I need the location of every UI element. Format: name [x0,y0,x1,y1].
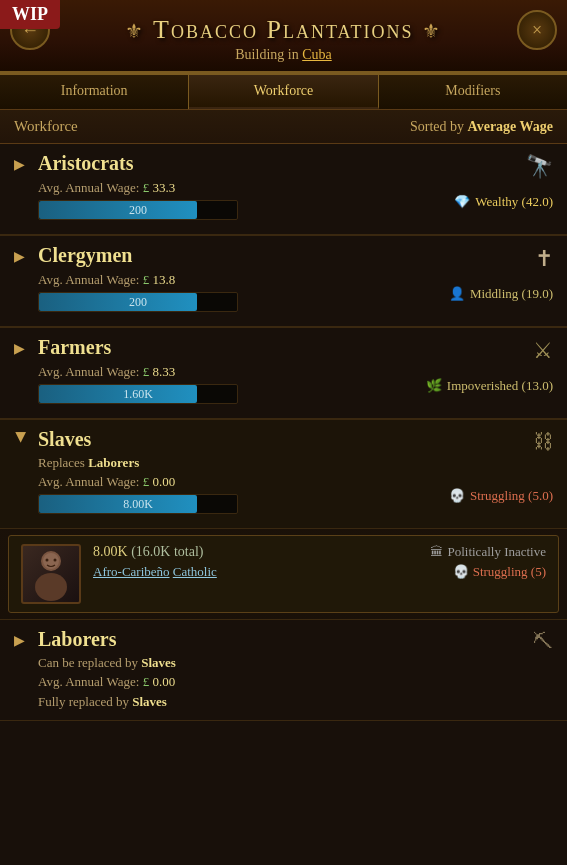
aristocrats-status: 💎 Wealthy (42.0) [423,194,553,210]
aristocrats-name: Aristocrats [38,152,134,175]
info-box-count: 8.00K (16.0K total) [93,544,374,560]
slaves-bar-label: 8.00K [123,497,153,512]
pol-status: 🏛 Politically Inactive [386,544,546,560]
pop-section-clergymen: ▶ Clergymen ✝ Avg. Annual Wage: £ 13.8 [0,236,567,327]
farmers-name: Farmers [38,336,111,359]
clergymen-name: Clergymen [38,244,132,267]
slaves-status: 💀 Struggling (5.0) [423,488,553,504]
aristocrats-icon: 🔭 [526,154,553,180]
tabs-bar: Information Workforce Modifiers [0,73,567,109]
clergymen-expand-arrow[interactable]: ▶ [14,248,30,264]
aristocrats-details: Avg. Annual Wage: £ 33.3 200 💎 [14,180,553,224]
section-bar-label: Workforce [14,118,78,135]
location-link[interactable]: Cuba [302,47,332,62]
slaves-replaces: Replaces Laborers [38,455,553,471]
laborers-expand-arrow[interactable]: ▶ [14,632,30,648]
info-box-right: 🏛 Politically Inactive 💀 Struggling (5) [386,544,546,584]
svg-point-3 [46,558,49,561]
header-subtitle: Building in Cuba [20,47,547,63]
header: ← × ⚜ Tobacco Plantations ⚜ Building in … [0,0,567,73]
info-box-links: Afro-Caribeño Catholic [93,564,374,580]
aristocrats-bar-label: 200 [129,203,147,218]
econ-status: 💀 Struggling (5) [386,564,546,580]
laborers-wage: Avg. Annual Wage: £ 0.00 [38,674,553,690]
laborers-name: Laborers [38,628,117,651]
aristocrats-expand-arrow[interactable]: ▶ [14,156,30,172]
farmers-expand-arrow[interactable]: ▶ [14,340,30,356]
slaves-bar: 8.00K [38,494,238,514]
clergymen-bar-label: 200 [129,295,147,310]
farmers-icon: ⚔ [533,338,553,364]
culture-link[interactable]: Afro-Caribeño [93,564,170,579]
farmers-details: Avg. Annual Wage: £ 8.33 1.60K 🌿 [14,364,553,408]
laborers-can-replaced: Can be replaced by Slaves [38,655,553,671]
info-box-content: 8.00K (16.0K total) Afro-Caribeño Cathol… [93,544,374,580]
clergymen-wage: Avg. Annual Wage: £ 13.8 [38,272,413,288]
slaves-icon: ⛓ [533,430,553,453]
slaves-wage: Avg. Annual Wage: £ 0.00 [38,474,413,490]
tab-modifiers[interactable]: Modifiers [379,75,567,109]
slaves-info-box: 8.00K (16.0K total) Afro-Caribeño Cathol… [8,535,559,613]
avatar-svg [26,547,76,602]
laborers-details: Can be replaced by Slaves Avg. Annual Wa… [14,655,553,710]
pol-status-icon: 🏛 [430,544,443,560]
pop-section-slaves: ▶ Slaves ⛓ Replaces Laborers Avg. Annual… [0,420,567,529]
farmers-bar: 1.60K [38,384,238,404]
wip-badge: WIP [0,0,60,29]
tab-information[interactable]: Information [0,75,189,109]
page-title: ⚜ Tobacco Plantations ⚜ [20,10,547,45]
econ-status-icon: 💀 [453,564,469,580]
svg-point-4 [54,558,57,561]
religion-link[interactable]: Catholic [173,564,217,579]
pop-section-laborers: ▶ Laborers ⛏ Can be replaced by Slaves A… [0,620,567,721]
farmers-bar-label: 1.60K [123,387,153,402]
section-bar: Workforce Sorted by Average Wage [0,109,567,144]
pop-section-aristocrats: ▶ Aristocrats 🔭 Avg. Annual Wage: £ 33.3 [0,144,567,235]
clergymen-bar: 200 [38,292,238,312]
tab-workforce[interactable]: Workforce [189,75,378,109]
clergymen-icon: ✝ [535,246,553,272]
slaves-expand-arrow[interactable]: ▶ [14,432,30,448]
slaves-details: Replaces Laborers Avg. Annual Wage: £ 0.… [14,455,553,518]
laborers-icon: ⛏ [533,630,553,653]
farmers-wage: Avg. Annual Wage: £ 8.33 [38,364,403,380]
svg-point-1 [35,573,67,601]
laborers-fully-replaced: Fully replaced by Slaves [38,694,553,710]
slaves-name: Slaves [38,428,91,451]
close-button[interactable]: × [517,10,557,50]
main-content: Workforce Sorted by Average Wage ▶ Arist… [0,109,567,721]
farmers-status: 🌿 Impoverished (13.0) [413,378,553,394]
aristocrats-wage: Avg. Annual Wage: £ 33.3 [38,180,413,196]
sort-label: Sorted by Average Wage [410,119,553,135]
slave-avatar [21,544,81,604]
aristocrats-bar: 200 [38,200,238,220]
clergymen-details: Avg. Annual Wage: £ 13.8 200 👤 [14,272,553,316]
clergymen-status: 👤 Middling (19.0) [423,286,553,302]
pop-section-farmers: ▶ Farmers ⚔ Avg. Annual Wage: £ 8.33 [0,328,567,419]
